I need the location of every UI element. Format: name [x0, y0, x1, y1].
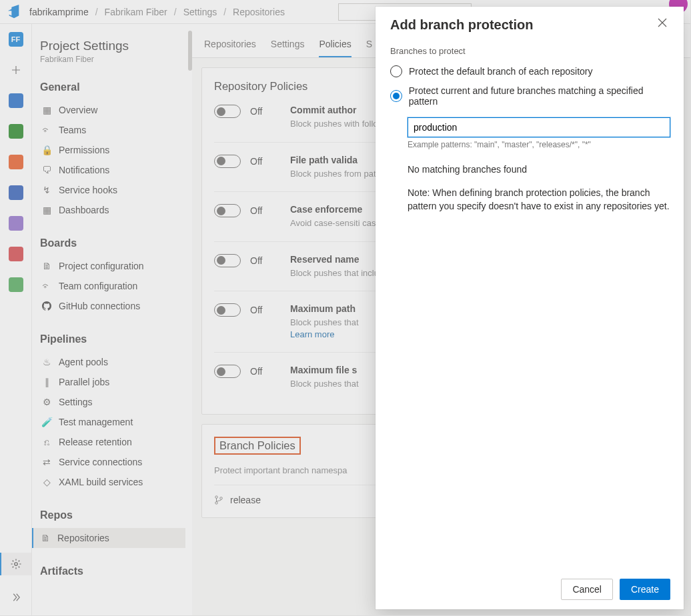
branch-note: Note: When defining branch protection po…	[408, 187, 670, 213]
pattern-hint: Example patterns: "main", "master", "rel…	[408, 140, 670, 149]
nav-agent-pools[interactable]: ♨Agent pools	[40, 352, 192, 372]
toggle-case[interactable]	[214, 204, 241, 217]
breadcrumb-org[interactable]: fabrikamprime	[29, 7, 89, 17]
nav-github-connections[interactable]: GitHub connections	[40, 296, 192, 316]
nav-team-config[interactable]: ᯤTeam configuration	[40, 276, 192, 296]
toggle-file-path[interactable]	[214, 155, 241, 168]
svg-point-3	[220, 497, 223, 499]
nav-section-artifacts: Artifacts	[40, 565, 192, 577]
nav-release-retention[interactable]: ⎌Release retention	[40, 432, 192, 452]
radio-icon	[390, 90, 402, 102]
nav-section-pipelines: Pipelines	[40, 333, 192, 345]
svg-point-2	[215, 501, 218, 504]
rail-project-settings-icon[interactable]	[0, 553, 31, 575]
toggle-reserved[interactable]	[214, 254, 241, 267]
flask-icon: 🧪	[41, 417, 52, 427]
nav-overview[interactable]: ▦Overview	[40, 100, 192, 120]
dash-icon: ▦	[41, 205, 52, 215]
github-icon	[41, 301, 52, 311]
no-match-message: No matching branches found	[408, 164, 670, 175]
azure-devops-logo-icon[interactable]	[7, 5, 21, 19]
rail-testplans-icon[interactable]	[7, 215, 25, 232]
rail-pipelines-icon[interactable]	[7, 184, 25, 201]
hook-icon: ↯	[41, 185, 52, 195]
nav-section-general: General	[40, 81, 192, 93]
nav-service-hooks[interactable]: ↯Service hooks	[40, 180, 192, 200]
dialog-title: Add branch protection	[390, 17, 533, 33]
teams-icon: ᯤ	[41, 125, 52, 135]
nav-project-config[interactable]: 🗎Project configuration	[40, 256, 192, 276]
chat-icon: 🗨	[41, 165, 52, 175]
branches-to-protect-label: Branches to protect	[390, 46, 670, 56]
connect-icon: ⇄	[41, 457, 52, 467]
svg-point-1	[215, 496, 218, 499]
create-button[interactable]: Create	[620, 579, 670, 600]
cancel-button[interactable]: Cancel	[561, 579, 613, 600]
nav-xaml-build[interactable]: ◇XAML build services	[40, 472, 192, 492]
branch-icon	[214, 495, 223, 505]
nav-dashboards[interactable]: ▦Dashboards	[40, 200, 192, 220]
svg-point-0	[15, 563, 18, 566]
settings-title: Project Settings	[40, 39, 192, 53]
nav-section-boards: Boards	[40, 237, 192, 249]
settings-nav: Project Settings Fabrikam Fiber General …	[32, 24, 192, 615]
tab-policies[interactable]: Policies	[319, 39, 351, 57]
dialog-close-button[interactable]	[657, 17, 670, 31]
retention-icon: ⎌	[41, 437, 52, 447]
tab-repositories[interactable]: Repositories	[204, 39, 256, 57]
nav-repositories[interactable]: 🗎Repositories	[32, 528, 185, 548]
settings-subtitle: Fabrikam Fiber	[40, 55, 192, 64]
left-rail: FF	[0, 24, 32, 615]
nav-notifications[interactable]: 🗨Notifications	[40, 160, 192, 180]
radio-default-branch[interactable]: Protect the default branch of each repos…	[390, 65, 670, 77]
branch-policies-heading: Branch Policies	[214, 437, 301, 455]
add-branch-protection-dialog: Add branch protection Branches to protec…	[376, 7, 684, 609]
nav-test-management[interactable]: 🧪Test management	[40, 412, 192, 432]
xaml-icon: ◇	[41, 477, 52, 487]
branch-pattern-input[interactable]	[408, 117, 670, 137]
nav-pipelines-settings[interactable]: ⚙Settings	[40, 392, 192, 412]
breadcrumb-repositories[interactable]: Repositories	[233, 7, 285, 17]
rail-artifacts-icon[interactable]	[7, 245, 25, 263]
parallel-icon: ∥	[41, 377, 52, 387]
toggle-commit-author[interactable]	[214, 105, 241, 118]
overview-icon: ▦	[41, 105, 52, 115]
maxpath-learnmore-link[interactable]: Learn more	[290, 329, 334, 339]
tab-settings[interactable]: Settings	[271, 39, 305, 57]
breadcrumb-project[interactable]: Fabrikam Fiber	[105, 7, 167, 17]
rail-dashboards-icon[interactable]	[7, 92, 25, 109]
rail-extensions-icon[interactable]	[7, 276, 25, 293]
breadcrumb-settings[interactable]: Settings	[183, 7, 217, 17]
radio-icon	[390, 65, 402, 77]
nav-section-repos: Repos	[40, 509, 192, 521]
repo-icon: 🗎	[40, 533, 51, 543]
nav-service-connections[interactable]: ⇄Service connections	[40, 452, 192, 472]
nav-parallel-jobs[interactable]: ∥Parallel jobs	[40, 372, 192, 392]
rail-plus-icon[interactable]	[7, 61, 25, 79]
nav-teams[interactable]: ᯤTeams	[40, 120, 192, 140]
nav-permissions[interactable]: 🔒Permissions	[40, 140, 192, 160]
gear-icon: ⚙	[41, 397, 52, 407]
rail-repos-icon[interactable]	[7, 153, 25, 171]
toggle-maxpath[interactable]	[214, 303, 241, 317]
pool-icon: ♨	[41, 357, 52, 367]
lock-icon: 🔒	[41, 145, 52, 155]
rail-expand-icon[interactable]	[7, 589, 25, 606]
branch-row-label: release	[230, 495, 261, 505]
tab-security-truncated[interactable]: S	[366, 39, 372, 57]
radio-pattern-branch[interactable]: Protect current and future branches matc…	[390, 85, 670, 107]
toggle-maxfile[interactable]	[214, 365, 241, 378]
rail-boards-icon[interactable]	[7, 123, 25, 140]
rail-project-tile[interactable]: FF	[7, 31, 25, 48]
gear-icon: ᯤ	[41, 281, 52, 291]
doc-icon: 🗎	[41, 261, 52, 271]
